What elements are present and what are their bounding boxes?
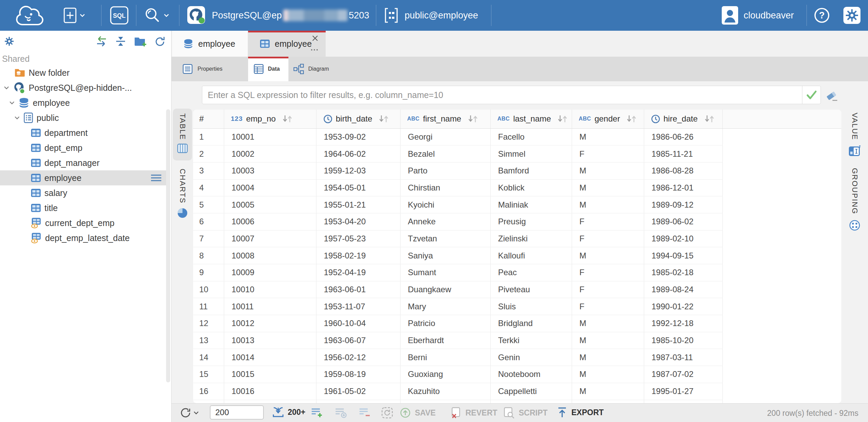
sort-icon[interactable] <box>626 114 637 123</box>
tree-item-database[interactable]: employee <box>0 95 169 110</box>
cell-gender[interactable]: M <box>572 315 644 332</box>
cell-birth-date[interactable]: 1955-01-21 <box>316 196 400 213</box>
table-row[interactable]: 10 10010 1963-06-01 Duangkaew Piveteau F… <box>193 281 841 298</box>
cell-last-name[interactable]: Preusig <box>490 213 572 230</box>
cell-hire-date[interactable]: 1995-01-27 <box>644 383 722 400</box>
menu-icon[interactable] <box>150 174 162 182</box>
cell-hire-date[interactable]: 1994-09-15 <box>644 247 722 264</box>
schema-selector[interactable]: public@employee <box>383 0 478 31</box>
cell-first-name[interactable]: Saniya <box>400 247 490 264</box>
connection-search-button[interactable] <box>144 0 169 31</box>
delete-row-button[interactable] <box>359 407 371 420</box>
cell-first-name[interactable]: Bezalel <box>400 145 490 163</box>
cell-emp-no[interactable]: 10011 <box>224 298 316 315</box>
cell-hire-date[interactable]: 1992-12-18 <box>644 315 722 332</box>
cell-hire-date[interactable]: 1985-02-18 <box>644 264 722 281</box>
cell-gender[interactable]: F <box>572 230 644 247</box>
cell-emp-no[interactable]: 10012 <box>224 315 316 332</box>
cell-last-name[interactable]: Peac <box>490 264 572 281</box>
sort-icon[interactable] <box>557 114 568 123</box>
cell-gender[interactable]: F <box>572 145 644 163</box>
cell-birth-date[interactable]: 1959-08-19 <box>316 366 400 383</box>
cell-birth-date[interactable]: 1952-04-19 <box>316 264 400 281</box>
sort-icon[interactable] <box>282 114 293 123</box>
cell-hire-date[interactable]: 1989-06-02 <box>644 213 722 230</box>
cell-first-name[interactable]: Kyoichi <box>400 196 490 213</box>
cell-birth-date[interactable]: 1956-02-12 <box>316 349 400 366</box>
cell-last-name[interactable]: Bridgland <box>490 315 572 332</box>
row-number-cell[interactable]: 3 <box>193 162 224 179</box>
cell-hire-date[interactable]: 1985-10-20 <box>644 332 722 349</box>
cell-gender[interactable]: M <box>572 332 644 349</box>
table-row[interactable]: 3 10003 1959-12-03 Parto Bamford M 1986-… <box>193 162 841 179</box>
cell-emp-no[interactable]: 10009 <box>224 264 316 281</box>
cell-first-name[interactable]: Chirstian <box>400 179 490 196</box>
cell-emp-no[interactable]: 10003 <box>224 162 316 179</box>
cell-birth-date[interactable]: 1964-06-02 <box>316 145 400 163</box>
cell-first-name[interactable]: Eberhardt <box>400 332 490 349</box>
cell-hire-date[interactable]: 1990-01-22 <box>644 298 722 315</box>
table-row[interactable]: 14 10014 1956-02-12 Berni Genin M 1987-0… <box>193 349 841 366</box>
sort-icon[interactable] <box>467 114 478 123</box>
cell-birth-date[interactable]: 1963-06-01 <box>316 281 400 298</box>
cell-gender[interactable]: M <box>572 196 644 213</box>
tree-item-table-selected[interactable]: employee <box>0 170 169 185</box>
duplicate-row-button[interactable] <box>335 407 347 420</box>
cell-last-name[interactable]: Maliniak <box>490 196 572 213</box>
cell-birth-date[interactable]: 1961-05-02 <box>316 383 400 400</box>
table-row[interactable]: 6 10006 1953-04-20 Anneke Preusig F 1989… <box>193 213 841 230</box>
row-number-cell[interactable]: 13 <box>193 332 224 349</box>
cell-first-name[interactable]: Parto <box>400 162 490 179</box>
cell-gender[interactable]: F <box>572 213 644 230</box>
row-number-cell[interactable]: 14 <box>193 349 224 366</box>
row-number-header[interactable]: # <box>193 110 224 128</box>
presentation-tab-table[interactable]: TABLE <box>173 109 192 160</box>
cell-first-name[interactable]: Kazuhito <box>400 383 490 400</box>
tree-item-table[interactable]: title <box>0 200 169 215</box>
sidebar-settings-button[interactable] <box>3 36 15 48</box>
row-number-cell[interactable]: 11 <box>193 298 224 315</box>
tab-data-active[interactable]: Data <box>248 57 288 81</box>
cell-hire-date[interactable]: 1986-06-26 <box>644 128 722 145</box>
tab-diagram[interactable]: Diagram <box>288 57 350 81</box>
row-number-cell[interactable]: 12 <box>193 315 224 332</box>
cell-hire-date[interactable]: 1986-12-01 <box>644 179 722 196</box>
cell-first-name[interactable]: Duangkaew <box>400 281 490 298</box>
cell-last-name[interactable]: Bamford <box>490 162 572 179</box>
fetch-next-page-button[interactable]: 200+ <box>272 406 306 418</box>
cell-hire-date[interactable]: 1986-08-28 <box>644 162 722 179</box>
table-row[interactable]: 11 10011 1953-11-07 Mary Sluis F 1990-01… <box>193 298 841 315</box>
sort-icon[interactable] <box>378 114 389 123</box>
table-row[interactable]: 16 10016 1961-05-02 Kazuhito Cappelletti… <box>193 383 841 400</box>
cell-first-name[interactable]: Berni <box>400 349 490 366</box>
table-row[interactable]: 15 10015 1959-08-19 Guoxiang Nooteboom M… <box>193 366 841 383</box>
sort-icon[interactable] <box>704 114 715 123</box>
save-button[interactable]: SAVE <box>400 407 436 418</box>
cell-gender[interactable]: F <box>572 264 644 281</box>
row-number-cell[interactable]: 1 <box>193 128 224 145</box>
tab-employee-database[interactable]: employee <box>172 31 248 57</box>
tree-item-table[interactable]: department <box>0 125 169 140</box>
tree-item-view[interactable]: current_dept_emp <box>0 215 169 230</box>
cell-last-name[interactable]: Cappelletti <box>490 383 572 400</box>
cell-emp-no[interactable]: 10006 <box>224 213 316 230</box>
cell-birth-date[interactable]: 1958-02-19 <box>316 247 400 264</box>
cell-gender[interactable]: M <box>572 383 644 400</box>
tree-item-table[interactable]: dept_manager <box>0 155 169 170</box>
row-number-cell[interactable]: 2 <box>193 145 224 163</box>
row-number-cell[interactable]: 15 <box>193 366 224 383</box>
export-button[interactable]: EXPORT <box>557 407 604 418</box>
row-number-cell[interactable]: 7 <box>193 230 224 247</box>
row-number-cell[interactable]: 16 <box>193 383 224 400</box>
column-header-last-name[interactable]: ABC last_name <box>490 110 572 128</box>
row-number-cell[interactable]: 9 <box>193 264 224 281</box>
refresh-result-button[interactable] <box>180 407 199 419</box>
sync-with-editor-button[interactable] <box>96 36 107 48</box>
add-folder-button[interactable] <box>134 36 147 48</box>
cell-emp-no[interactable]: 10010 <box>224 281 316 298</box>
row-number-cell[interactable]: 8 <box>193 247 224 264</box>
cell-last-name[interactable]: Terkki <box>490 332 572 349</box>
cell-birth-date[interactable]: 1963-06-07 <box>316 332 400 349</box>
cell-emp-no[interactable]: 10013 <box>224 332 316 349</box>
cell-emp-no[interactable]: 10002 <box>224 145 316 163</box>
